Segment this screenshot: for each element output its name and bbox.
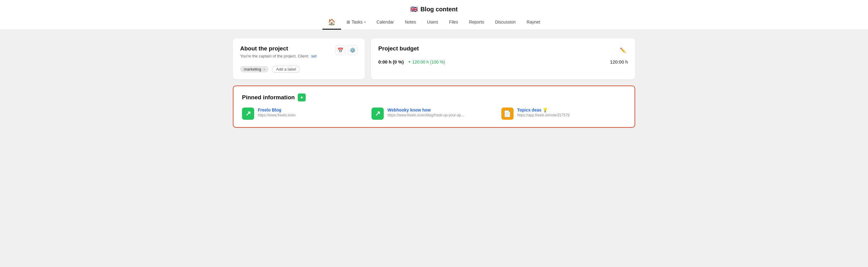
budget-edit-btn[interactable]: ✏️ <box>618 45 628 55</box>
webhooky-title[interactable]: Webhooky know how <box>388 108 464 112</box>
about-card-title: About the project <box>240 45 317 52</box>
tag-remove-btn[interactable]: × <box>263 68 265 71</box>
pinned-item-webhooky[interactable]: ↗ Webhooky know how https://www.freelo.i… <box>372 108 496 120</box>
main-nav: 🏠 ⊞ Tasks ▾ Calendar Notes Users Files R… <box>0 13 868 30</box>
webhooky-url: https://www.freelo.io/en/blog/hook-up-yo… <box>388 113 464 117</box>
add-label-text: Add a label <box>276 67 296 72</box>
project-title: Blog content <box>420 6 458 13</box>
topics-icon: 📄 <box>501 108 514 120</box>
pinned-info-card: Pinned information + ↗ Freelo Blog https… <box>233 85 635 128</box>
budget-data-row: 0:00 h (0 %) ▼ 120:00 h (100 %) 120:00 h <box>378 59 628 64</box>
notes-label: Notes <box>405 20 416 24</box>
pinned-items-grid: ↗ Freelo Blog https://www.freelo.io/en ↗… <box>242 108 626 120</box>
budget-card: Project budget ✏️ 0:00 h (0 %) ▼ 120:00 … <box>371 38 635 79</box>
about-card-subtitle: You're the captain of the project. Clien… <box>240 54 317 58</box>
tasks-label: Tasks <box>352 20 363 24</box>
nav-item-raynet[interactable]: Raynet <box>521 17 546 28</box>
header: 🇬🇧 Blog content 🏠 ⊞ Tasks ▾ Calendar Not… <box>0 0 868 30</box>
budget-card-title: Project budget <box>378 45 419 52</box>
users-label: Users <box>427 20 438 24</box>
files-label: Files <box>449 20 458 24</box>
flag-icon: 🇬🇧 <box>410 5 418 13</box>
tag-text: marketing <box>244 67 261 72</box>
budget-current: 0:00 h (0 %) <box>378 59 404 64</box>
cards-row: About the project You're the captain of … <box>233 38 635 79</box>
budget-card-header: Project budget ✏️ <box>378 45 628 55</box>
raynet-label: Raynet <box>527 20 540 24</box>
label-row: marketing × Add a label <box>240 66 358 73</box>
edit-icon: ✏️ <box>620 47 626 53</box>
budget-used: ▼ 120:00 h (100 %) <box>408 59 445 64</box>
calendar-label: Calendar <box>377 20 394 24</box>
home-icon: 🏠 <box>328 18 336 26</box>
budget-used-value: 120:00 h (100 %) <box>412 59 445 64</box>
nav-item-reports[interactable]: Reports <box>464 17 490 28</box>
triangle-icon: ▼ <box>408 60 411 63</box>
topics-title[interactable]: Topics deas 💡 <box>517 108 569 112</box>
pinned-item-freelo-blog[interactable]: ↗ Freelo Blog https://www.freelo.io/en <box>242 108 367 120</box>
add-pin-icon: + <box>300 95 304 100</box>
budget-total: 120:00 h <box>610 59 628 64</box>
pinned-title-row: Pinned information + <box>242 94 626 101</box>
add-label-button[interactable]: Add a label <box>272 66 300 73</box>
about-card-header: About the project You're the captain of … <box>240 45 358 63</box>
webhooky-info: Webhooky know how https://www.freelo.io/… <box>388 108 464 117</box>
topics-url: https://app.freelo.io/note/317579 <box>517 113 569 117</box>
discussion-label: Discussion <box>495 20 516 24</box>
add-pin-button[interactable]: + <box>298 94 306 101</box>
client-link[interactable]: set <box>311 54 316 58</box>
freelo-blog-icon: ↗ <box>242 108 254 120</box>
nav-item-users[interactable]: Users <box>422 17 444 28</box>
about-project-card: About the project You're the captain of … <box>233 38 365 79</box>
tasks-icon: ⊞ <box>346 20 350 24</box>
about-card-actions: 📅 ⚙️ <box>336 45 358 55</box>
reports-label: Reports <box>469 20 484 24</box>
calendar-action-icon: 📅 <box>337 47 343 53</box>
marketing-tag: marketing × <box>240 66 269 72</box>
webhooky-icon: ↗ <box>372 108 384 120</box>
settings-action-btn[interactable]: ⚙️ <box>348 45 358 55</box>
nav-item-files[interactable]: Files <box>444 17 464 28</box>
about-subtitle-text: You're the captain of the project. Clien… <box>240 54 309 58</box>
freelo-blog-url: https://www.freelo.io/en <box>258 113 296 117</box>
calendar-action-btn[interactable]: 📅 <box>336 45 345 55</box>
tasks-dropdown-icon: ▾ <box>364 21 366 24</box>
nav-item-discussion[interactable]: Discussion <box>490 17 521 28</box>
page-title: 🇬🇧 Blog content <box>0 0 868 13</box>
freelo-blog-info: Freelo Blog https://www.freelo.io/en <box>258 108 296 117</box>
nav-item-tasks[interactable]: ⊞ Tasks ▾ <box>341 17 371 28</box>
topics-info: Topics deas 💡 https://app.freelo.io/note… <box>517 108 569 117</box>
main-content: About the project You're the captain of … <box>221 30 647 136</box>
freelo-blog-title[interactable]: Freelo Blog <box>258 108 296 112</box>
nav-item-calendar[interactable]: Calendar <box>371 17 400 28</box>
settings-action-icon: ⚙️ <box>349 47 356 53</box>
nav-item-notes[interactable]: Notes <box>399 17 422 28</box>
pinned-item-topics[interactable]: 📄 Topics deas 💡 https://app.freelo.io/no… <box>501 108 626 120</box>
pinned-title: Pinned information <box>242 94 295 101</box>
nav-item-home[interactable]: 🏠 <box>322 15 341 30</box>
